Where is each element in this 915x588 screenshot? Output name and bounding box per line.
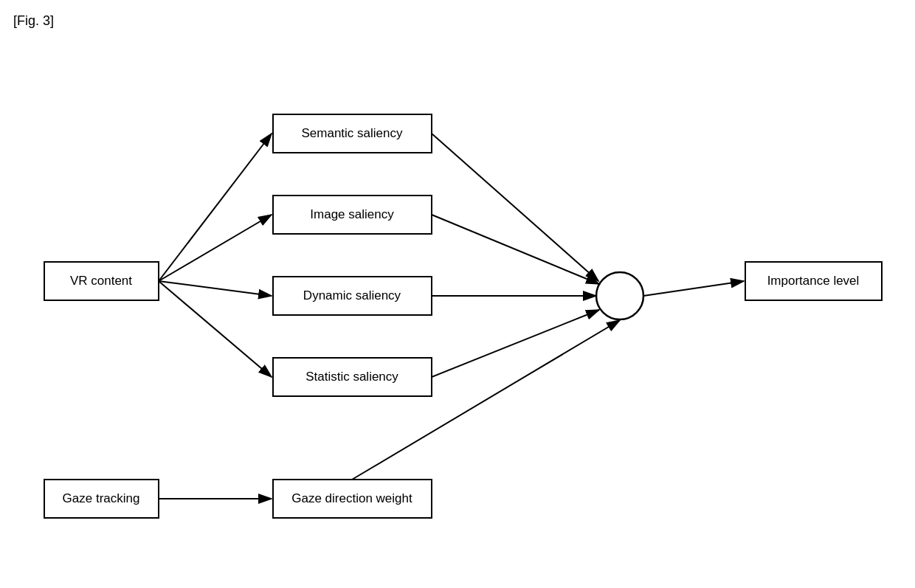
- arrow-vr-image: [159, 215, 272, 281]
- arrow-vr-dynamic: [159, 281, 272, 296]
- gaze-tracking-label: Gaze tracking: [63, 491, 140, 505]
- arrow-image-circle: [432, 215, 599, 284]
- arrow-vr-semantic: [159, 134, 272, 281]
- gaze-direction-label: Gaze direction weight: [291, 491, 412, 505]
- arrow-statistic-circle: [432, 310, 599, 377]
- arrow-gaze-direction-circle: [352, 320, 620, 480]
- dynamic-saliency-label: Dynamic saliency: [303, 288, 401, 302]
- arrow-semantic-circle: [432, 134, 598, 281]
- arrow-vr-statistic: [159, 281, 272, 377]
- importance-level-label: Importance level: [767, 274, 860, 288]
- statistic-saliency-label: Statistic saliency: [305, 370, 398, 384]
- semantic-saliency-label: Semantic saliency: [301, 126, 403, 140]
- diagram: VR content Semantic saliency Image salie…: [0, 0, 915, 588]
- vr-content-label: VR content: [70, 274, 132, 288]
- image-saliency-label: Image saliency: [310, 207, 394, 221]
- arrow-circle-importance: [643, 281, 744, 296]
- summation-circle: [596, 272, 643, 319]
